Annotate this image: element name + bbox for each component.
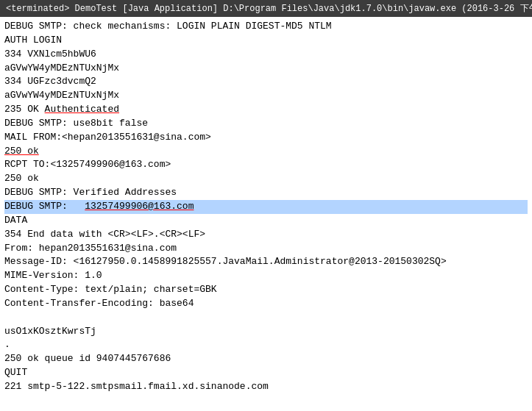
354-end-data: 354 End data with <CR><LF>.<CR><LF>	[4, 228, 528, 242]
250-ok-mail: 250 ok	[4, 145, 528, 159]
authenticated-text: Authenticated	[45, 104, 119, 115]
title-bar: <terminated> DemoTest [Java Application]…	[0, 0, 532, 17]
content-transfer: Content-Transfer-Encoding: base64	[4, 297, 528, 311]
221-smtp: 221 smtp-5-122.smtpsmail.fmail.xd.sinano…	[4, 380, 528, 394]
250-ok-underline: 250 ok	[4, 146, 39, 157]
base64-user1: aGVwYW4yMDEzNTUxNjMx	[4, 62, 528, 76]
auth-login: AUTH LOGIN	[4, 34, 528, 48]
debug-verified: DEBUG SMTP: Verified Addresses	[4, 186, 528, 200]
mime-version: MIME-Version: 1.0	[4, 269, 528, 283]
base64-content: usO1xKOsztKwrsTj	[4, 325, 528, 339]
quit-line: QUIT	[4, 366, 528, 380]
debug-smtp-address: DEBUG SMTP: 13257499906@163.com	[4, 200, 528, 214]
dot-line: .	[4, 338, 528, 352]
debug-smtp-mechanisms: DEBUG SMTP: check mechanisms: LOGIN PLAI…	[4, 20, 528, 34]
title-text: <terminated> DemoTest [Java Application]…	[6, 4, 532, 14]
mail-from: MAIL FROM:<hepan2013551631@sina.com>	[4, 131, 528, 145]
console-output: DEBUG SMTP: check mechanisms: LOGIN PLAI…	[0, 17, 532, 411]
address-underline: 13257499906@163.com	[85, 201, 194, 212]
data-line: DATA	[4, 214, 528, 228]
250-queue: 250 ok queue id 9407445767686	[4, 352, 528, 366]
empty-line	[4, 311, 528, 325]
250-ok-rcpt: 250 ok	[4, 172, 528, 186]
rcpt-to: RCPT TO:<13257499906@163.com>	[4, 158, 528, 172]
authenticated-line: 235 OK Authenticated	[4, 103, 528, 117]
message-id: Message-ID: <16127950.0.1458991825557.Ja…	[4, 255, 528, 269]
content-type: Content-Type: text/plain; charset=GBK	[4, 283, 528, 297]
debug-use8bit: DEBUG SMTP: use8bit false	[4, 117, 528, 131]
334-password: 334 UGFzc3dvcmQ2	[4, 75, 528, 89]
terminal-window: <terminated> DemoTest [Java Application]…	[0, 0, 532, 411]
base64-user2: aGVwYW4yMDEzNTUxNjMx	[4, 89, 528, 103]
from-header: From: hepan2013551631@sina.com	[4, 242, 528, 256]
334-username: 334 VXNlcm5hbWU6	[4, 48, 528, 62]
